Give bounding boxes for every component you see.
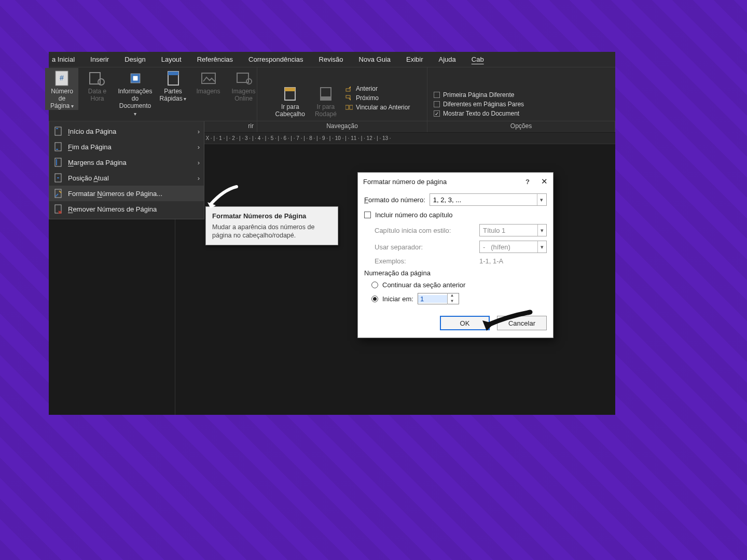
page-margin-icon	[53, 158, 63, 167]
svg-rect-7	[168, 72, 178, 75]
spinner-up-icon[interactable]: ▲	[448, 293, 457, 299]
svg-rect-15	[346, 89, 350, 91]
chapter-options: Capítulo inicia com estilo: ▾ Usar separ…	[364, 224, 547, 265]
checkbox-icon	[364, 212, 371, 218]
chevron-right-icon: ›	[198, 174, 200, 182]
tooltip-body: Mudar a aparência dos números de página …	[212, 223, 331, 240]
chevron-right-icon: ›	[198, 143, 200, 151]
tab-cabecalho[interactable]: Cab	[464, 52, 492, 66]
different-even-odd-checkbox[interactable]: Diferentes em Páginas Pares	[433, 100, 525, 108]
page-icon	[53, 127, 63, 136]
menu-current-position[interactable]: Posição Atual ›	[49, 170, 204, 186]
tab-layout[interactable]: Layout	[154, 52, 189, 66]
continue-section-radio[interactable]: Continuar da seção anterior	[364, 281, 547, 289]
svg-rect-12	[285, 88, 295, 91]
link-previous-button[interactable]: Vincular ao Anterior	[344, 103, 411, 111]
navegacao-title: Navegação	[257, 121, 427, 132]
help-icon[interactable]: ?	[525, 178, 530, 186]
tab-home[interactable]: a Inicial	[49, 52, 82, 66]
tab-revisao[interactable]: Revisão	[311, 52, 351, 66]
start-at-radio[interactable]: Iniciar em: ▲ ▼	[364, 293, 547, 304]
svg-rect-16	[346, 95, 350, 98]
chapter-style-label: Capítulo inicia com estilo:	[375, 227, 474, 234]
first-page-different-checkbox[interactable]: Primeira Página Diferente	[433, 91, 525, 99]
chevron-down-icon: ▾	[537, 241, 546, 253]
svg-point-3	[98, 79, 104, 85]
separator-label: Usar separador:	[375, 243, 474, 251]
number-format-value[interactable]	[430, 196, 537, 204]
inserir-title-fragment: rir	[248, 122, 254, 130]
goto-footer-button[interactable]: Ir paraRodapé	[309, 83, 342, 118]
ribbon-group-opcoes: Primeira Página Diferente Diferentes em …	[427, 67, 615, 121]
dialog-title: Formatar número de página	[363, 178, 447, 186]
word-window: a Inicial Inserir Design Layout Referênc…	[49, 52, 615, 415]
ribbon-group-navegacao: Ir paraCabeçalho Ir paraRodapé Anterior	[257, 67, 427, 121]
svg-rect-18	[350, 105, 353, 109]
ribbon-group-inserir: # Número dePágina Data eHora Informações…	[49, 67, 257, 121]
tab-design[interactable]: Design	[117, 52, 153, 66]
examples-value: 1-1, 1-A	[479, 257, 547, 265]
chevron-down-icon[interactable]: ▾	[537, 194, 546, 205]
online-images-button[interactable]: ImagensOnline	[227, 68, 260, 102]
tab-novaguia[interactable]: Nova Guia	[351, 52, 398, 66]
page-number-label-2: Página	[50, 102, 74, 109]
navigation-list: Anterior Próximo Vincular ao Anterior	[344, 83, 411, 111]
spinner-down-icon[interactable]: ▼	[448, 299, 457, 304]
images-button[interactable]: Imagens	[192, 68, 225, 95]
header-icon	[282, 86, 298, 102]
examples-label: Exemplos:	[375, 257, 474, 265]
tab-inserir[interactable]: Inserir	[82, 52, 117, 66]
svg-rect-24	[56, 159, 57, 165]
menu-top-of-page[interactable]: Início da Página ›	[49, 123, 204, 139]
chevron-right-icon: ›	[198, 159, 200, 166]
date-time-button[interactable]: Data eHora	[80, 68, 114, 102]
page-position-icon	[53, 173, 63, 183]
start-at-value[interactable]	[418, 295, 447, 303]
previous-button[interactable]: Anterior	[344, 85, 411, 93]
svg-rect-20	[56, 128, 58, 129]
show-document-text-checkbox[interactable]: ✓ Mostrar Texto do Document	[433, 109, 525, 118]
dialog-title-bar[interactable]: Formatar número de página ? ✕	[358, 173, 553, 190]
tab-ajuda[interactable]: Ajuda	[431, 52, 464, 66]
start-at-spinner[interactable]: ▲ ▼	[418, 293, 459, 304]
chevron-down-icon: ▾	[537, 225, 546, 236]
tab-referencias[interactable]: Referências	[189, 52, 241, 66]
page-number-menu: Início da Página › Fim da Página › Marge…	[49, 121, 204, 219]
page-icon	[53, 142, 63, 151]
quick-parts-button[interactable]: PartesRápidas	[157, 68, 190, 103]
tab-correspondencias[interactable]: Correspondências	[241, 52, 311, 66]
svg-rect-22	[56, 149, 58, 150]
menu-page-margins[interactable]: Margens da Página ›	[49, 155, 204, 170]
document-info-button[interactable]: Informações doDocumento	[116, 68, 154, 118]
menu-format-page-numbers[interactable]: Formatar Números de Página...	[49, 186, 204, 201]
tab-exibir[interactable]: Exibir	[398, 52, 431, 66]
remove-number-icon	[53, 204, 63, 214]
svg-rect-5	[133, 76, 137, 81]
menu-remove-page-numbers[interactable]: Remover Números de Página	[49, 201, 204, 217]
svg-rect-23	[55, 158, 61, 166]
page-number-button[interactable]: # Número dePágina	[45, 68, 78, 110]
annotation-arrow-black	[478, 308, 535, 336]
svg-rect-14	[321, 96, 331, 100]
footer-icon	[317, 86, 334, 102]
close-icon[interactable]: ✕	[541, 177, 548, 186]
menu-bottom-of-page[interactable]: Fim da Página ›	[49, 139, 204, 155]
checkbox-icon	[434, 101, 440, 107]
quick-parts-icon	[165, 70, 182, 87]
radio-selected-icon	[371, 296, 378, 302]
page-numbering-heading: Numeração da página	[364, 269, 547, 277]
next-button[interactable]: Próximo	[344, 94, 411, 102]
ribbon: # Número dePágina Data eHora Informações…	[49, 67, 615, 121]
svg-rect-26	[57, 177, 59, 178]
goto-header-button[interactable]: Ir paraCabeçalho	[273, 83, 307, 118]
arrow-up-icon	[345, 85, 353, 92]
link-icon	[345, 104, 353, 111]
include-chapter-checkbox[interactable]: Incluir número do capítulo	[364, 211, 547, 219]
number-format-combo[interactable]: ▾	[430, 193, 547, 206]
page-number-label-1: Número de	[51, 88, 73, 102]
tooltip-format-page-numbers: Formatar Números de Página Mudar a aparê…	[205, 206, 338, 245]
ruler[interactable]: · 1 · | · X · | · 1 · | · 2 · | · 3 · | …	[175, 133, 615, 144]
annotation-arrow-white	[204, 184, 241, 212]
ribbon-tabs: a Inicial Inserir Design Layout Referênc…	[49, 52, 615, 67]
calendar-clock-icon	[89, 70, 105, 87]
